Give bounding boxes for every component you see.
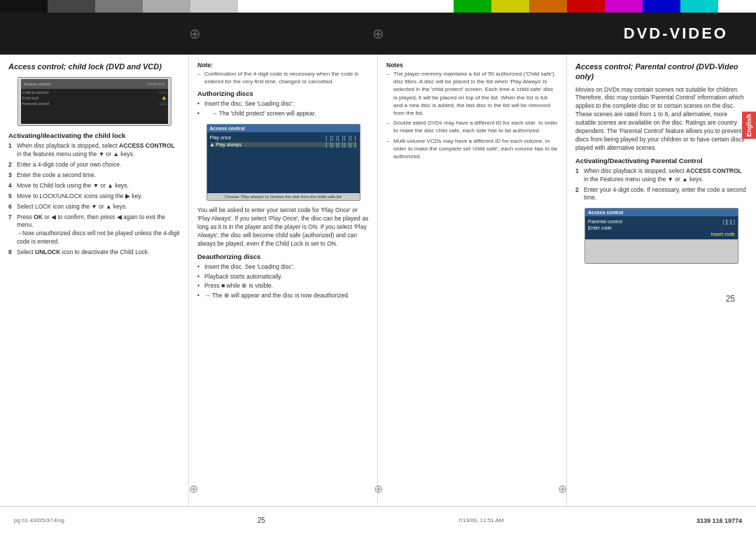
screen4-parental: Parental control (588, 219, 622, 224)
screen4-enter-code: Enter code (588, 225, 612, 230)
column-1: Access control; child lock (DVD and VCD)… (0, 55, 189, 517)
color-orange (529, 0, 567, 13)
step-7: 7Press OK or ◀ to confirm, then press ◀ … (8, 213, 180, 247)
footer-page-num: 25 (258, 517, 265, 524)
crosshair-bottom-center: ⊕ (374, 482, 383, 496)
mockup-row3-label: Parental control (22, 101, 50, 106)
screen2-caption: Choose 'Play always' to remove the disk … (207, 193, 360, 200)
col2-note-label: Note: (197, 62, 369, 69)
color-cyan (680, 0, 718, 13)
screen4-dots1: [ ][ ][ ] (722, 219, 735, 224)
color-green (454, 0, 491, 13)
mockup-row2-label: Child lock (22, 96, 39, 100)
screen2-dots1: [ ][ ][ ][ ][ ] (326, 135, 356, 140)
col4-sub-heading: Activating/Deactivating Parental Control (575, 157, 748, 164)
color-magenta (605, 0, 643, 13)
step-2: 2Enter a 4-digit code of your own choice… (8, 161, 180, 169)
screen2-header: Access control (207, 125, 360, 132)
col2-auth-heading: Authorizing discs (197, 90, 369, 97)
mockup-row1-icon: □□□ (160, 90, 167, 94)
mockup-row2-icon: 🔒 (162, 96, 167, 100)
col1-section-title: Access control; child lock (DVD and VCD) (8, 62, 180, 71)
step-8: 8Select UNLOCK icon to deactivate the Ch… (8, 248, 180, 257)
col2-screen-mockup: Access control Play once [ ][ ][ ][ ][ ]… (206, 124, 360, 201)
mockup-body: Child protection □□□ Child lock 🔒 Parent… (21, 89, 168, 124)
auth-item-2: → The 'child protect' screen will appear… (197, 110, 369, 118)
mockup-row1-label: Child protection (22, 90, 49, 94)
color-gray (95, 0, 143, 13)
color-red (567, 0, 605, 13)
mockup-row2: Child lock 🔒 (22, 96, 167, 100)
column-3: Notes The player memory maintains a list… (378, 55, 567, 517)
page-number: 25 (726, 294, 735, 304)
mockup-top-bar: Access control Child lock (21, 79, 168, 89)
column-2: Note: Confirmation of the 4-digit code i… (189, 55, 378, 517)
screen2-row2: ▲ Play always [ ][ ][ ][ ][ ] (210, 142, 357, 147)
col2-auth-list: Insert the disc. See 'Loading disc'. → T… (197, 100, 369, 118)
col2-deauth-list: Insert the disc. See 'Loading disc'. Pla… (197, 263, 369, 301)
screen2-body: Play once [ ][ ][ ][ ][ ] ▲ Play always … (207, 132, 360, 198)
footer-right-text: 3139 116 19774 (696, 517, 742, 524)
crosshair-bottom-left: ⊕ (189, 482, 198, 496)
step-5: 5Move to LOCK/UNLOCK icons using the ▶ k… (8, 192, 180, 201)
mockup-label: Access control (24, 82, 51, 86)
col3-note2: Double sided DVDs may have a different I… (386, 119, 558, 134)
screen4-header: Access control (585, 209, 738, 216)
mockup-label2: Child lock (146, 82, 164, 86)
col4-step-1: 1When disc playback is stopped, select A… (575, 167, 748, 184)
step-1: 1When disc playback is stopped, select A… (8, 142, 180, 159)
english-tab: English (742, 112, 756, 139)
screen2-play-once: Play once (210, 135, 232, 140)
deauth-item-4: → The ⊕ will appear and the disc is now … (197, 292, 369, 300)
auth-item-1: Insert the disc. See 'Loading disc'. (197, 100, 369, 108)
col4-body-text: Movies on DVDs may contain scenes not su… (575, 86, 748, 153)
col2-deauth-heading: Deauthorizing discs (197, 253, 369, 260)
color-black (0, 0, 48, 13)
header: ⊕ ⊕ DVD-VIDEO (0, 13, 756, 55)
auth-arrow: → The 'child protect' screen will appear… (204, 110, 316, 117)
mockup-row1: Child protection □□□ (22, 90, 167, 94)
step-3: 3Enter the code a second time. (8, 171, 180, 180)
top-color-bar (0, 0, 756, 13)
top-bar-right (378, 0, 756, 13)
color-lightgray (143, 0, 190, 13)
step-4: 4Move to Child lock using the ▼ or ▲ key… (8, 182, 180, 190)
screen4-insert-code: insert code (711, 232, 735, 237)
color-blue (643, 0, 680, 13)
main-content: Access control; child lock (DVD and VCD)… (0, 55, 756, 517)
col1-steps-list: 1When disc playback is stopped, select A… (8, 142, 180, 257)
color-darkgray (48, 0, 95, 13)
col1-screen-mockup: Access control Child lock Child protecti… (18, 77, 172, 126)
step-6: 6Select LOCK icon using the ▼ or ▲ keys. (8, 203, 180, 211)
screen4-row2: Enter code (588, 225, 735, 230)
deauth-item-1: Insert the disc. See 'Loading disc'. (197, 263, 369, 272)
col4-steps-list: 1When disc playback is stopped, select A… (575, 167, 748, 203)
crosshair-center-icon: ⊕ (372, 25, 384, 42)
crosshair-bottom-right: ⊕ (558, 482, 567, 496)
screen4-row1: Parental control [ ][ ][ ] (588, 219, 735, 224)
screen4-body: Parental control [ ][ ][ ] Enter code in… (585, 216, 738, 239)
deauth-item-3: Press ■ while ⊕ is visible. (197, 282, 369, 290)
footer-center-text: 7/13/00, 11:51 AM (458, 517, 503, 524)
col4-section-title: Access control; Parental control (DVD-Vi… (575, 62, 748, 82)
footer-left-text: pg 01-43/D5/37-Eng (14, 517, 64, 524)
page-title: DVD-VIDEO (624, 24, 728, 43)
col3-notes-label: Notes (386, 62, 558, 69)
color-yellow (491, 0, 529, 13)
crosshair-left-icon: ⊕ (189, 25, 201, 42)
color-silver (190, 0, 238, 13)
color-white (718, 0, 756, 13)
col2-note-text: Confirmation of the 4-digit code is nece… (197, 70, 369, 85)
screen4-row3: insert code (588, 232, 735, 237)
col4-screen-mockup: Access control Parental control [ ][ ][ … (584, 208, 738, 264)
col2-body-text: You will be asked to enter your secret c… (197, 206, 369, 248)
footer: pg 01-43/D5/37-Eng 25 7/13/00, 11:51 AM … (0, 506, 756, 534)
screen2-play-always: ▲ Play always (210, 142, 242, 147)
column-4: Access control; Parental control (DVD-Vi… (567, 55, 756, 517)
mockup-row3: Parental control □□□ (22, 101, 167, 106)
col3-note3: Multi-volume VCDs may have a different I… (386, 137, 558, 161)
screen2-dots2: [ ][ ][ ][ ][ ] (326, 142, 356, 147)
col3-note1: The player memory maintains a list of 50… (386, 70, 558, 117)
col4-step-2: 2Enter your 4-digit code. If necessary, … (575, 186, 748, 203)
top-bar-left (0, 0, 378, 13)
